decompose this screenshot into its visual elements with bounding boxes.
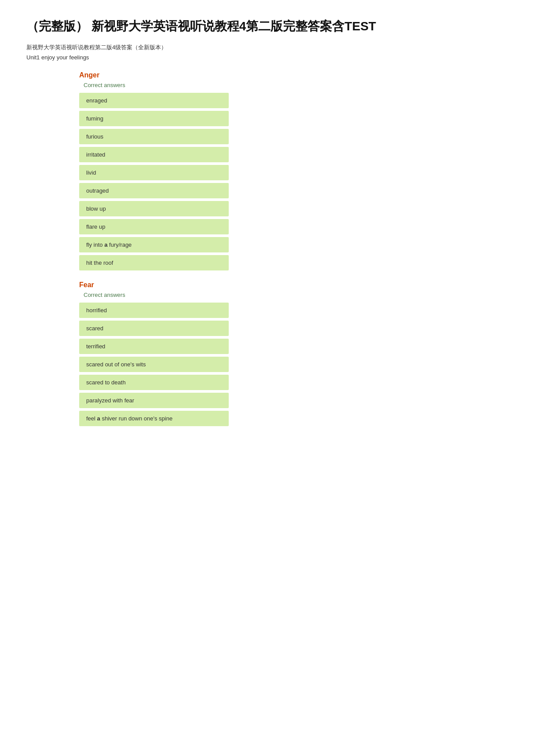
answers-list-anger: enragedfumingfuriousirritatedlividoutrag… <box>79 93 229 270</box>
list-item: blow up <box>79 201 229 216</box>
unit-label: Unit1 enjoy your feelings <box>26 54 508 61</box>
list-item: feel a shiver run down one's spine <box>79 411 229 426</box>
answers-list-fear: horrifiedscaredterrifiedscared out of on… <box>79 303 229 426</box>
list-item: fuming <box>79 111 229 126</box>
list-item: terrified <box>79 339 229 354</box>
correct-answers-label-anger: Correct answers <box>79 82 125 88</box>
list-item: scared <box>79 321 229 336</box>
list-item: paralyzed with fear <box>79 393 229 408</box>
list-item: scared to death <box>79 375 229 390</box>
list-item: flare up <box>79 219 229 234</box>
correct-answers-label-fear: Correct answers <box>79 292 125 298</box>
content-area: AngerCorrect answersenragedfumingfurious… <box>26 71 508 437</box>
list-item: outraged <box>79 183 229 198</box>
list-item: hit the roof <box>79 255 229 270</box>
subtitle: 新视野大学英语视听说教程第二版4级答案（全新版本） <box>26 44 508 51</box>
list-item: fly into a fury/rage <box>79 237 229 252</box>
list-item: irritated <box>79 147 229 162</box>
list-item: livid <box>79 165 229 180</box>
section-title-fear: Fear <box>79 281 94 289</box>
section-title-anger: Anger <box>79 71 99 79</box>
list-item: furious <box>79 129 229 144</box>
list-item: scared out of one's wits <box>79 357 229 372</box>
list-item: enraged <box>79 93 229 108</box>
page-title: （完整版） 新视野大学英语视听说教程4第二版完整答案含TEST <box>26 18 508 35</box>
list-item: horrified <box>79 303 229 318</box>
